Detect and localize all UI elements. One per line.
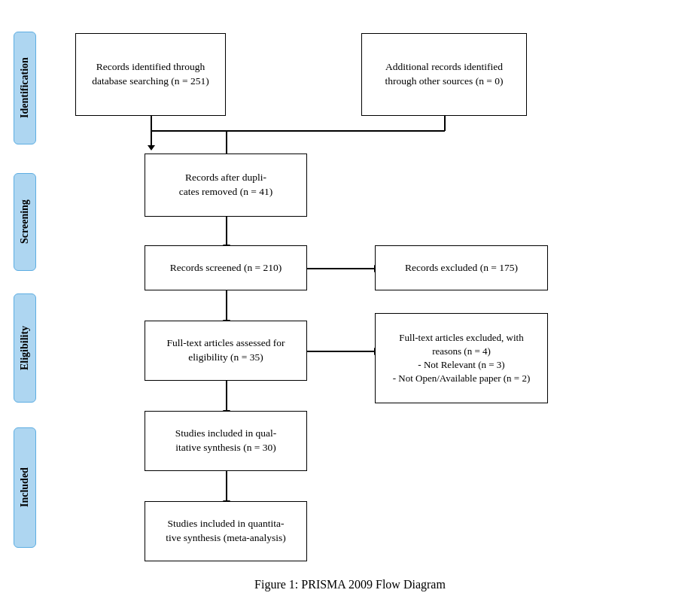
arrow-other-down <box>444 116 446 131</box>
box-records-excluded: Records excluded (n = 175) <box>375 245 548 290</box>
box-fulltext-assessed: Full-text articles assessed for eligibil… <box>145 321 307 381</box>
arrow-screened-down <box>226 290 227 321</box>
arrow-screened-right <box>307 268 375 269</box>
label-included: Included <box>14 427 36 548</box>
arrow-duplicates-down <box>226 217 227 245</box>
label-eligibility: Eligibility <box>14 293 36 403</box>
label-identification: Identification <box>14 32 36 144</box>
box-after-duplicates: Records after dupli- cates removed (n = … <box>145 154 307 217</box>
box-db-search: Records identified through database sear… <box>75 33 226 116</box>
arrow-merge-down <box>226 130 227 154</box>
box-qualitative: Studies included in qual- itative synthe… <box>145 411 307 471</box>
box-records-screened: Records screened (n = 210) <box>145 245 307 290</box>
box-quantitative: Studies included in quantita- tive synth… <box>145 501 307 561</box>
box-fulltext-excluded: Full-text articles excluded, with reason… <box>375 313 548 403</box>
arrow-fulltext-down <box>226 381 227 411</box>
prisma-diagram: Identification Screening Eligibility Inc… <box>0 0 700 605</box>
box-other-sources: Additional records identified through ot… <box>361 33 527 116</box>
arrow-h-merge <box>151 130 445 132</box>
figure-caption: Figure 1: PRISMA 2009 Flow Diagram <box>0 578 700 591</box>
label-screening: Screening <box>14 173 36 271</box>
arrow-qualitative-down <box>226 471 227 501</box>
arrow-fulltext-right <box>307 351 375 352</box>
